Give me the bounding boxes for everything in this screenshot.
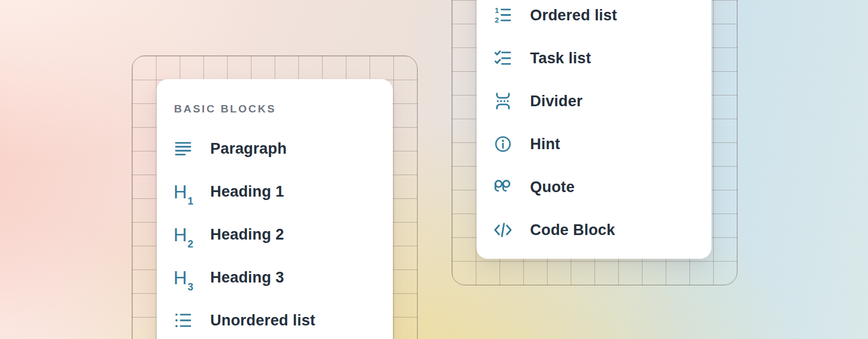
menu-item-label: Heading 2 (210, 226, 284, 244)
menu-items-left: ParagraphH1Heading 1H2Heading 2H3Heading… (157, 127, 393, 339)
menu-item-label: Heading 3 (210, 269, 284, 286)
ordered-list-icon: 1 2 (493, 6, 513, 25)
heading-1-icon: H1 (173, 182, 193, 201)
unordered-list-icon (173, 311, 193, 330)
svg-text:2: 2 (495, 16, 499, 24)
menu-item-paragraph[interactable]: Paragraph (157, 127, 393, 170)
menu-item-label: Paragraph (210, 140, 287, 158)
paragraph-icon (173, 139, 193, 158)
menu-item-quote[interactable]: Quote (476, 166, 711, 208)
menu-item-heading-2[interactable]: H2Heading 2 (157, 213, 393, 256)
menu-item-ordered-list[interactable]: 1 2 Ordered list (476, 0, 711, 37)
menu-item-label: Unordered list (210, 312, 315, 329)
divider-icon (493, 92, 513, 111)
menu-item-label: Task list (530, 50, 591, 67)
menu-item-label: Code Block (530, 221, 615, 239)
blocks-menu-panel-continued: 1 2 Ordered list Task listDividerHint Qu… (476, 0, 711, 259)
menu-item-hint[interactable]: Hint (476, 123, 711, 166)
menu-item-label: Hint (530, 136, 560, 153)
heading-3-icon: H3 (173, 268, 193, 287)
menu-item-task-list[interactable]: Task list (476, 37, 711, 80)
task-list-icon (493, 49, 513, 68)
menu-item-label: Heading 1 (210, 183, 284, 201)
menu-item-heading-3[interactable]: H3Heading 3 (157, 256, 393, 299)
menu-item-code-block[interactable]: Code Block (476, 208, 711, 251)
hint-icon (493, 134, 513, 154)
section-label-basic-blocks: BASIC BLOCKS (174, 103, 393, 115)
code-block-icon (493, 220, 513, 240)
block-menu-illustration: BASIC BLOCKS ParagraphH1Heading 1H2Headi… (0, 0, 868, 339)
menu-item-divider[interactable]: Divider (476, 80, 711, 123)
basic-blocks-menu-panel: BASIC BLOCKS ParagraphH1Heading 1H2Headi… (157, 79, 393, 339)
menu-item-label: Divider (530, 93, 583, 110)
menu-item-label: Quote (530, 179, 575, 196)
menu-item-unordered-list[interactable]: Unordered list (157, 299, 393, 339)
menu-item-label: Ordered list (530, 7, 617, 24)
heading-2-icon: H2 (173, 225, 193, 244)
menu-item-heading-1[interactable]: H1Heading 1 (157, 170, 393, 213)
menu-items-right: 1 2 Ordered list Task listDividerHint Qu… (476, 0, 711, 251)
svg-text:1: 1 (495, 6, 500, 15)
quote-icon (493, 177, 513, 197)
